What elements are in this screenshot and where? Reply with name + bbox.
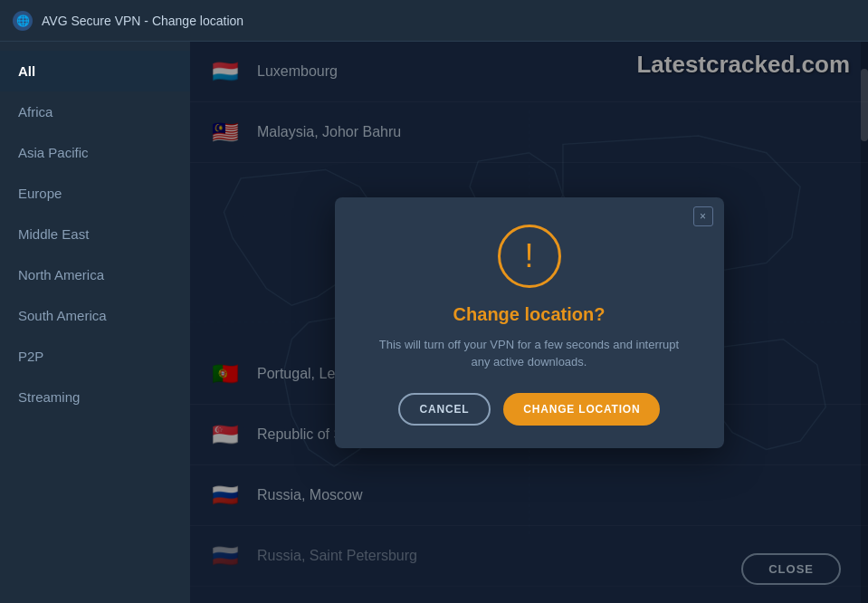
change-location-modal: × ! Change location? This will turn off … bbox=[335, 197, 724, 448]
sidebar-item-streaming[interactable]: Streaming bbox=[0, 377, 190, 417]
sidebar-item-middle-east[interactable]: Middle East bbox=[0, 214, 190, 254]
content-area: 🇱🇺 Luxembourg 🇲🇾 Malaysia, Johor Bahru 🇵… bbox=[190, 42, 868, 603]
title-bar: 🌐 AVG Secure VPN - Change location bbox=[0, 0, 868, 42]
warning-icon: ! bbox=[498, 225, 561, 288]
sidebar: All Africa Asia Pacific Europe Middle Ea… bbox=[0, 42, 190, 603]
sidebar-item-europe[interactable]: Europe bbox=[0, 173, 190, 214]
title-bar-text: AVG Secure VPN - Change location bbox=[42, 14, 243, 28]
sidebar-item-north-america[interactable]: North America bbox=[0, 254, 190, 295]
sidebar-item-south-america[interactable]: South America bbox=[0, 295, 190, 336]
sidebar-item-all[interactable]: All bbox=[0, 51, 190, 91]
modal-description: This will turn off your VPN for a few se… bbox=[362, 336, 697, 371]
sidebar-item-asia-pacific[interactable]: Asia Pacific bbox=[0, 132, 190, 173]
change-location-button[interactable]: CHANGE LOCATION bbox=[503, 393, 660, 426]
modal-buttons: CANCEL CHANGE LOCATION bbox=[362, 393, 697, 426]
modal-close-button[interactable]: × bbox=[693, 206, 713, 226]
main-layout: All Africa Asia Pacific Europe Middle Ea… bbox=[0, 42, 868, 603]
sidebar-item-africa[interactable]: Africa bbox=[0, 91, 190, 132]
sidebar-item-p2p[interactable]: P2P bbox=[0, 336, 190, 377]
modal-overlay: × ! Change location? This will turn off … bbox=[190, 42, 868, 603]
cancel-button[interactable]: CANCEL bbox=[398, 393, 491, 426]
modal-title: Change location? bbox=[362, 304, 697, 325]
app-icon: 🌐 bbox=[13, 11, 33, 31]
